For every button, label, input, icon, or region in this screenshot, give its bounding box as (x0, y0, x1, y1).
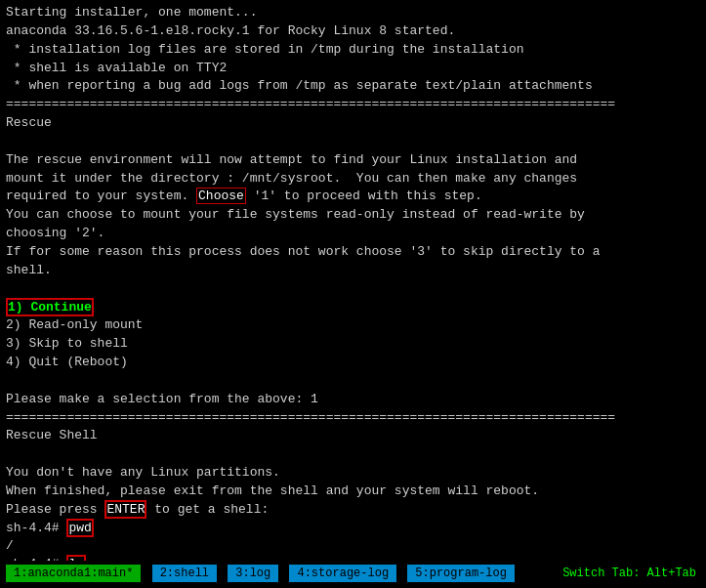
status-bar-inner: 1:anaconda1:main* 2:shell 3:log 4:storag… (6, 565, 700, 582)
line-no-partitions: You don't have any Linux partitions. (6, 464, 700, 483)
tab-program-log[interactable]: 5:program-log (407, 565, 515, 582)
line-readonly: 2) Read-only mount (6, 316, 700, 335)
enter-highlight: ENTER (104, 500, 146, 519)
line-4: * shell is available on TTY2 (6, 60, 700, 78)
line-rescue6: If for some reason this process does not… (6, 243, 700, 262)
tab-anaconda-main[interactable]: 1:anaconda1:main* (6, 565, 141, 582)
line-sep1: ========================================… (6, 96, 700, 114)
pwd-highlight: pwd (66, 519, 93, 537)
line-5: * when reporting a bug add logs from /tm… (6, 77, 700, 96)
line-rescue2: mount it under the directory : /mnt/sysr… (6, 170, 700, 189)
tab-sep2 (217, 567, 228, 580)
line-blank4 (6, 445, 700, 464)
ls-highlight: ls (66, 555, 86, 561)
line-ls-cmd: sh-4.4# ls (6, 556, 700, 561)
continue-option: 1) Continue (6, 298, 94, 316)
line-quit: 4) Quit (Reboot) (6, 354, 700, 372)
line-selection: Please make a selection from the above: … (6, 391, 700, 409)
tab-shell[interactable]: 2:shell (152, 565, 217, 582)
tab-sep1 (141, 567, 151, 580)
line-rescue-shell: Rescue Shell (6, 427, 700, 445)
line-rescue4: You can choose to mount your file system… (6, 206, 700, 225)
status-bar: 1:anaconda1:main* 2:shell 3:log 4:storag… (6, 563, 700, 584)
line-sep2: ========================================… (6, 409, 700, 428)
line-rescue5: choosing '2'. (6, 225, 700, 243)
line-2: anaconda 33.16.5.6-1.el8.rocky.1 for Roc… (6, 22, 700, 41)
switch-tab-label: Switch Tab: Alt+Tab (562, 567, 700, 580)
choose-highlight: Choose (196, 188, 246, 204)
line-press-enter: Please press ENTER to get a shell: (6, 501, 700, 520)
terminal-output: Starting installer, one moment... anacon… (6, 4, 700, 561)
line-rescue3: required to your system. Choose '1' to p… (6, 188, 700, 206)
line-blank2 (6, 280, 700, 299)
line-blank3 (6, 372, 700, 391)
line-skip: 3) Skip to shell (6, 335, 700, 354)
line-rescue1: The rescue environment will now attempt … (6, 151, 700, 170)
line-pwd-cmd: sh-4.4# pwd (6, 520, 700, 538)
tab-storage-log[interactable]: 4:storage-log (289, 565, 396, 582)
tab-log[interactable]: 3:log (228, 565, 278, 582)
line-1: Starting installer, one moment... (6, 4, 700, 22)
line-rescue7: shell. (6, 262, 700, 280)
line-3: * installation log files are stored in /… (6, 41, 700, 60)
tab-sep4 (396, 567, 407, 580)
terminal-window: Starting installer, one moment... anacon… (0, 0, 706, 588)
tab-sep3 (278, 567, 289, 580)
line-finished: When finished, please exit from the shel… (6, 483, 700, 501)
line-root: / (6, 537, 700, 556)
line-rescue-label: Rescue (6, 114, 700, 133)
line-blank1 (6, 133, 700, 151)
line-continue: 1) Continue (6, 299, 700, 317)
